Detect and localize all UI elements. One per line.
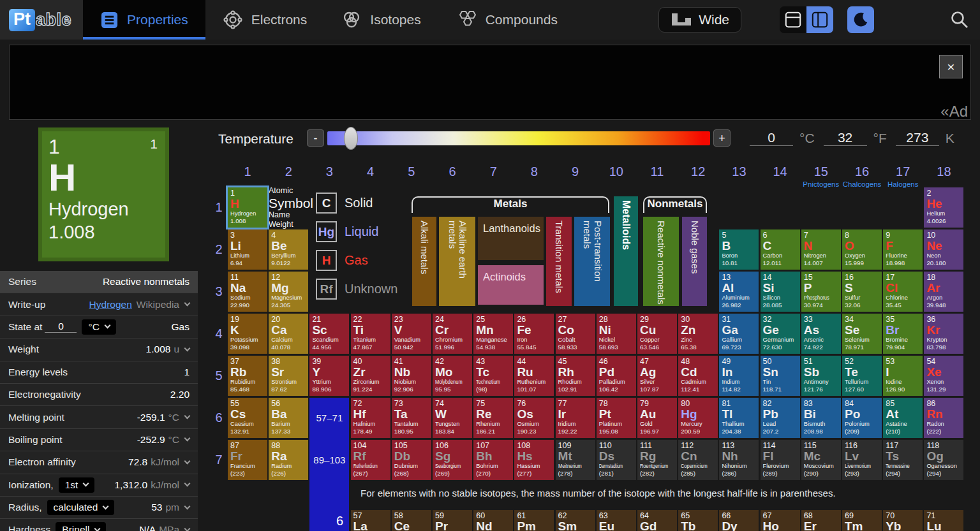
wikipedia-hydrogen-link[interactable]: Hydrogen [89, 299, 132, 310]
temperature-slider-thumb[interactable] [344, 127, 358, 150]
element-cell-Re[interactable]: 75ReRhenium186.21 [473, 398, 513, 438]
element-cell-V[interactable]: 23VVanadium50.942 [392, 314, 431, 354]
element-cell-Ni[interactable]: 28NiNickel58.693 [597, 314, 636, 354]
element-cell-Ta[interactable]: 73TaTantalum180.95 [392, 398, 431, 438]
element-cell-Sn[interactable]: 50SnTin118.71 [761, 356, 800, 396]
element-cell-Y[interactable]: 39YYttrium88.906 [309, 356, 349, 396]
element-cell-Lu[interactable]: 71Lu [924, 510, 963, 531]
chevron-down-icon[interactable] [184, 300, 191, 307]
element-cell-Rf[interactable]: 104RfRutherfordium(267) [351, 440, 390, 480]
element-cell-Po[interactable]: 84PoPolonium(209) [842, 398, 882, 438]
wide-layout-button[interactable]: Wide [658, 7, 741, 33]
element-cell-Nh[interactable]: 113NhNihonium(286) [719, 440, 759, 480]
element-cell-Cu[interactable]: 29CuCopper63.546 [637, 314, 677, 354]
element-cell-Ag[interactable]: 47AgSilver107.87 [637, 356, 677, 396]
element-cell-Os[interactable]: 76OsOsmium190.23 [514, 398, 554, 438]
element-cell-Sm[interactable]: 62Sm [556, 510, 595, 531]
element-cell-Rn[interactable]: 86RnRadon(222) [924, 398, 963, 438]
element-cell-Tl[interactable]: 81TlThallium204.38 [719, 398, 759, 438]
element-cell-Db[interactable]: 105DbDubnium(268) [392, 440, 431, 480]
tab-isotopes[interactable]: Isotopes [324, 0, 438, 40]
dark-mode-button[interactable] [847, 6, 874, 33]
element-cell-Ho[interactable]: 67Ho [761, 510, 800, 531]
celsius-input[interactable]: 0 [750, 130, 793, 146]
element-cell-Dy[interactable]: 66Dy [719, 510, 759, 531]
element-cell-Hf[interactable]: 72HfHafnium178.49 [351, 398, 390, 438]
radius-type-select[interactable]: calculated [47, 500, 115, 515]
element-cell-F[interactable]: 9FFluorine18.998 [883, 229, 923, 270]
group-category-chalcogens[interactable]: Chalcogens [843, 180, 882, 188]
element-cell-Og[interactable]: 118OgOganesson(294) [924, 440, 963, 480]
element-cell-Gd[interactable]: 64Gd [637, 510, 677, 531]
element-cell-Mg[interactable]: 12MgMagnesium24.305 [269, 272, 308, 312]
element-cell-Pb[interactable]: 82PbLead207.2 [761, 398, 800, 438]
element-cell-Pt[interactable]: 78PtPlatinum195.08 [597, 398, 636, 438]
state-unit-select[interactable]: °C [82, 319, 115, 335]
element-cell-Sc[interactable]: 21ScScandium44.956 [309, 314, 349, 354]
element-cell-Lv[interactable]: 116LvLivermorium(293) [842, 440, 882, 480]
element-cell-Er[interactable]: 68Er [801, 510, 841, 531]
element-cell-Mt[interactable]: 109MtMeitnerium(278) [556, 440, 595, 480]
hardness-type-select[interactable]: Brinell [56, 522, 106, 531]
legend-transition-metals[interactable]: Transition metals [546, 217, 572, 306]
element-cell-Co[interactable]: 27CoCobalt58.933 [556, 314, 595, 354]
element-cell-Fl[interactable]: 114FlFlerovium(289) [761, 440, 800, 480]
chevron-down-icon[interactable] [184, 345, 191, 351]
element-cell-Br[interactable]: 35BrBromine79.904 [883, 314, 923, 354]
element-cell-Sb[interactable]: 51SbAntimony121.76 [801, 356, 841, 396]
element-cell-Sg[interactable]: 106SgSeaborgium(269) [433, 440, 472, 480]
element-cell-C[interactable]: 6CCarbon12.011 [761, 229, 800, 270]
element-cell-Ds[interactable]: 110DsDarmstadtium(281) [597, 440, 636, 480]
legend-reactive-nonmetals[interactable]: Reactive nonmetals [643, 217, 679, 306]
element-cell-Cr[interactable]: 24CrChromium51.996 [433, 314, 472, 354]
element-cell-Hg[interactable]: 80HgMercury200.59 [678, 398, 718, 438]
element-cell-K[interactable]: 19KPotassium39.098 [228, 314, 267, 354]
element-cell-Mo[interactable]: 42MoMolybdenum95.95 [433, 356, 472, 396]
element-cell-B[interactable]: 5BBoron10.81 [719, 229, 759, 270]
element-cell-Rb[interactable]: 37RbRubidium85.468 [228, 356, 267, 396]
side-panel-layout-button[interactable] [806, 6, 833, 33]
state-temperature-input[interactable]: 0 [45, 321, 77, 333]
element-cell-Tm[interactable]: 69Tm [842, 510, 882, 531]
ad-choices-label[interactable]: «Ad [940, 103, 968, 120]
element-cell-Be[interactable]: 4BeBeryllium9.0122 [269, 229, 308, 270]
chevron-down-icon[interactable] [184, 503, 191, 509]
element-cell-Ir[interactable]: 77IrIridium192.22 [556, 398, 595, 438]
element-cell-Ru[interactable]: 44RuRuthenium101.07 [514, 356, 554, 396]
chevron-down-icon[interactable] [184, 413, 191, 419]
element-cell-Nb[interactable]: 41NbNiobium92.906 [392, 356, 431, 396]
element-cell-In[interactable]: 49InIndium114.82 [719, 356, 759, 396]
element-cell-Xe[interactable]: 54XeXenon131.29 [924, 356, 963, 396]
element-cell-Te[interactable]: 52TeTellurium127.60 [842, 356, 882, 396]
tab-compounds[interactable]: Compounds [438, 0, 575, 40]
element-cell-Mn[interactable]: 25MnManganese54.938 [473, 314, 513, 354]
ionization-order-select[interactable]: 1st [59, 477, 95, 493]
legend-post-transition-metals[interactable]: Post-transition metals [574, 217, 610, 306]
element-cell-I[interactable]: 53IIodine126.90 [883, 356, 923, 396]
element-cell-Yb[interactable]: 70Yb [883, 510, 923, 531]
temperature-decrease-button[interactable]: - [307, 129, 324, 147]
actinide-range-marker[interactable]: 89–103 [309, 440, 349, 480]
element-cell-Sr[interactable]: 38SrStrontium87.62 [269, 356, 308, 396]
element-cell-Se[interactable]: 34SeSelenium78.971 [842, 314, 882, 354]
element-cell-Tb[interactable]: 65Tb [678, 510, 718, 531]
fahrenheit-input[interactable]: 32 [824, 130, 867, 146]
element-cell-Zr[interactable]: 40ZrZirconium91.224 [351, 356, 390, 396]
element-cell-Cs[interactable]: 55CsCaesium132.91 [228, 398, 267, 438]
temperature-slider[interactable] [327, 131, 710, 145]
tab-electrons[interactable]: Electrons [205, 0, 325, 40]
chevron-down-icon[interactable] [184, 458, 191, 464]
element-cell-Tc[interactable]: 43TcTechnetium(98) [473, 356, 513, 396]
element-cell-Ce[interactable]: 58Ce [392, 510, 431, 531]
kelvin-input[interactable]: 273 [896, 130, 939, 146]
element-cell-P[interactable]: 15PPhosphorus30.974 [801, 272, 841, 312]
legend-alkaline-earth-metals[interactable]: Alkaline earth metals [439, 217, 475, 306]
element-cell-Pr[interactable]: 59Pr [433, 510, 472, 531]
property-row-series[interactable]: Series Reactive nonmetals [0, 271, 198, 293]
chevron-down-icon[interactable] [184, 481, 191, 487]
chevron-down-icon[interactable] [184, 435, 191, 442]
legend-actinoids[interactable]: Actinoids [478, 265, 544, 305]
element-cell-Ts[interactable]: 117TsTennessine(294) [883, 440, 923, 480]
element-cell-N[interactable]: 7NNitrogen14.007 [801, 229, 841, 270]
element-cell-Ga[interactable]: 31GaGallium69.723 [719, 314, 759, 354]
